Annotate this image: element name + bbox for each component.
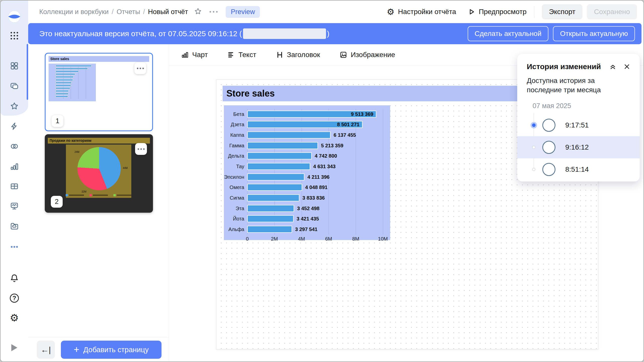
bar-row: 3 297 541Альфа [247,224,383,235]
breadcrumb-collections[interactable]: Коллекции и воркбуки [39,8,109,16]
category-label: Омега [230,185,244,190]
category-label: Каппа [230,132,244,138]
legend-swatch [113,194,116,196]
page-thumbnail-2[interactable]: Продажи по категориям 24M 44M 32M 2 [45,134,153,213]
history-entry[interactable]: 8:51:14 [517,158,640,180]
mini-bar [56,71,79,72]
pages-panel: Store sales 1 Продажи по категориям 24M … [28,44,169,361]
open-actual-button[interactable]: Открыть актуальную [553,26,635,41]
preview-button[interactable]: Предпросмотр [468,8,527,16]
category-label: Эта [236,205,244,211]
x-axis-tick: 8M [352,236,359,242]
close-icon[interactable] [623,63,631,70]
bar-value-label: 3 452 498 [297,205,319,211]
datalens-logo[interactable] [1,10,28,24]
report-settings-button[interactable]: ⚙ Настройки отчёта [387,8,456,16]
export-button[interactable]: Экспорт [542,4,582,19]
notifications-icon[interactable] [1,273,28,283]
bar-value-label: 4 211 396 [307,174,330,180]
apps-grid-icon[interactable] [1,29,28,43]
bar-row: Дзета8 501 271 [247,119,383,130]
avatar [542,119,555,132]
insert-header-label: Заголовок [287,51,320,59]
bar-value-label: 4 631 343 [313,164,336,169]
history-subtitle: Доступна история за последние три месяца [517,71,640,95]
bar-row: Бета9 513 369 [247,109,383,119]
report-settings-label: Настройки отчёта [398,8,456,16]
star-icon[interactable] [194,7,202,16]
insert-text-button[interactable]: Текст [227,51,256,59]
preview-badge: Preview [226,6,260,18]
collapse-icon[interactable] [609,63,617,70]
x-axis-tick: 2M [271,236,278,242]
expand-rail-icon[interactable] [1,344,28,351]
text-icon [227,51,235,59]
chart-icon [181,51,189,59]
gear-icon: ⚙ [387,8,394,16]
settings-icon[interactable]: ⚙ [1,312,28,323]
datasets-icon[interactable] [1,141,28,151]
history-title: История изменений [527,62,609,71]
mini-bar [56,96,68,97]
bar [247,173,304,180]
bar: 8 501 271 [247,121,363,128]
bar [247,131,331,139]
avatar [542,163,555,176]
mini-bar [56,65,92,67]
bar: 9 513 369 [247,111,376,118]
history-entry[interactable]: 9:16:12 [517,136,640,158]
breadcrumb-current: Новый отчёт [148,8,188,16]
bar-value-label: 9 513 369 [351,111,373,117]
bar [247,184,302,191]
toolbar-divider [534,6,534,18]
tables-icon[interactable] [1,182,28,192]
bar-row: 3 452 498Эта [247,203,383,214]
more-icon[interactable] [1,242,28,252]
history-entry[interactable]: 9:17:51 [517,114,640,136]
monitoring-icon[interactable] [1,201,28,211]
history-entry-time: 9:17:51 [565,121,589,129]
help-icon[interactable]: ? [1,293,28,303]
image-icon [340,51,347,59]
breadcrumb-reports[interactable]: Отчеты [116,8,140,16]
mini-bar [56,73,75,75]
pie-legend [66,194,131,196]
favorites-icon[interactable] [1,101,28,111]
add-page-button[interactable]: + Добавить страницу [61,341,162,359]
make-actual-button[interactable]: Сделать актуальной [468,26,549,41]
bar-row: 5 213 359Гамма [247,140,383,151]
page-2-number-badge: 2 [51,196,63,208]
collapse-panel-button[interactable]: ←| [37,341,55,359]
bar-value-label: 4 048 891 [305,185,328,190]
bar-row: 6 137 455Каппа [247,130,383,140]
timeline-dot-selected [531,122,537,128]
history-panel: История изменений Доступна история за по… [517,54,640,182]
bar [247,215,294,222]
x-axis-tick: 6M [325,236,332,242]
storage-icon[interactable] [1,221,28,231]
page-2-menu-button[interactable] [135,143,147,155]
more-menu-icon[interactable] [210,11,218,13]
collections-icon[interactable] [1,81,28,91]
page-1-number-badge: 1 [52,115,63,127]
breadcrumb-separator: / [112,8,114,16]
quick-actions-icon[interactable] [1,121,28,131]
left-rail: ? ⚙ [1,1,28,361]
insert-header-button[interactable]: Заголовок [276,51,320,59]
page-title: Store sales [223,86,548,101]
page-1-menu-button[interactable] [134,62,146,74]
insert-chart-button[interactable]: Чарт [181,51,208,59]
dashboards-icon[interactable] [1,61,28,71]
bar-value-label: 3 421 435 [297,216,319,222]
insert-image-button[interactable]: Изображение [340,51,395,59]
charts-icon[interactable] [1,161,28,171]
page-title-block[interactable]: Store sales [223,86,548,101]
x-axis-tick: 10M [378,236,388,242]
bar-chart-widget[interactable]: 02M4M6M8M10MБета9 513 369Дзета8 501 2716… [224,105,390,240]
breadcrumb-separator: / [143,8,145,16]
history-entry-time: 9:16:12 [565,143,589,151]
category-label: Дельта [228,153,244,159]
breadcrumb: Коллекции и воркбуки / Отчеты / Новый от… [39,8,188,16]
category-label: Тау [236,164,244,169]
page-thumbnail-1[interactable]: Store sales 1 [45,53,153,131]
